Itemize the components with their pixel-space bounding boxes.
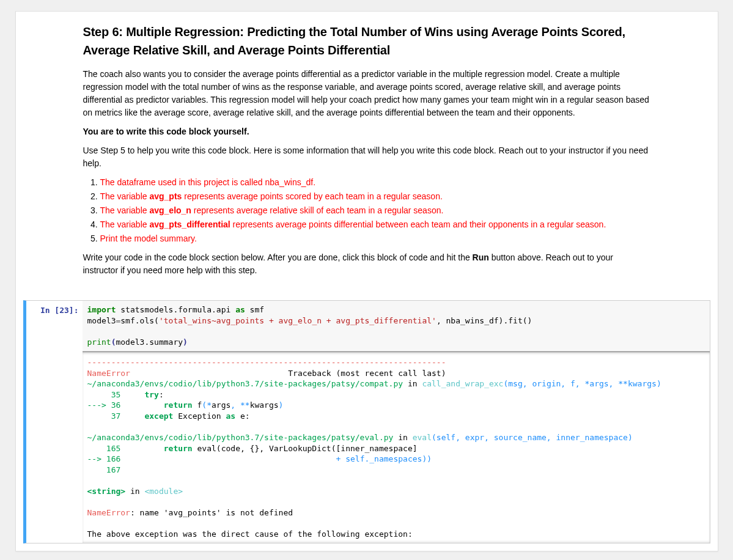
markdown-cell: Step 6: Multiple Regression: Predicting … <box>16 12 718 298</box>
intro-para: The coach also wants you to consider the… <box>83 68 650 119</box>
step-heading: Step 6: Multiple Regression: Predicting … <box>83 23 650 59</box>
notebook: Step 6: Multiple Regression: Predicting … <box>15 11 718 551</box>
hint-3: The variable avg_elo_n represents averag… <box>100 204 650 217</box>
hint-2: The variable avg_pts represents average … <box>100 190 650 203</box>
hint-4: The variable avg_pts_differential repres… <box>100 218 650 231</box>
hint-list: The dataframe used in this project is ca… <box>83 176 650 245</box>
input-prompt: In [23]: <box>26 301 83 543</box>
code-cell[interactable]: In [23]: import statsmodels.formula.api … <box>23 300 710 543</box>
code-body: import statsmodels.formula.api as smf mo… <box>83 301 710 543</box>
code-input[interactable]: import statsmodels.formula.api as smf mo… <box>83 301 710 352</box>
help-para: Use Step 5 to help you write this code b… <box>83 144 650 170</box>
hint-5: Print the model summary. <box>100 232 650 245</box>
self-write-note: You are to write this code block yoursel… <box>83 125 650 138</box>
hint-1: The dataframe used in this project is ca… <box>100 176 650 189</box>
run-instruction: Write your code in the code block sectio… <box>83 251 650 277</box>
error-output: ----------------------------------------… <box>83 352 710 543</box>
